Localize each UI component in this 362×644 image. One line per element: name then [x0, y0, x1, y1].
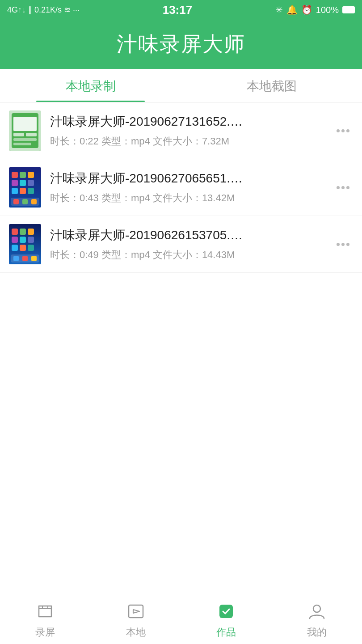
recording-meta: 时长：0:49 类型：mp4 文件大小：14.43M: [50, 248, 324, 262]
clock-icon: ⏰: [301, 4, 312, 15]
local-icon: [125, 601, 147, 622]
svg-rect-17: [28, 188, 34, 194]
status-bar-right: ✳ 🔔 ⏰ 100%: [275, 4, 355, 15]
svg-rect-9: [12, 172, 18, 178]
size-label: 文件大小：: [153, 192, 202, 203]
recording-meta: 时长：0:43 类型：mp4 文件大小：13.42M: [50, 191, 324, 205]
type-label: 类型：: [101, 192, 131, 203]
network-indicator: 4G↑↓ ∥ 0.21K/s ≋ ···: [7, 5, 80, 15]
battery-icon: [342, 6, 355, 13]
duration-label: 时长：: [50, 192, 80, 203]
recording-thumbnail: [9, 110, 41, 151]
svg-rect-19: [13, 199, 19, 204]
mine-icon: [306, 601, 328, 622]
svg-rect-27: [12, 237, 18, 243]
duration-label: 时长：: [50, 249, 80, 260]
nav-item-record[interactable]: 录屏: [0, 595, 91, 644]
svg-rect-20: [22, 199, 28, 204]
svg-rect-21: [31, 199, 37, 204]
bluetooth-icon: ✳: [275, 4, 283, 15]
svg-rect-6: [13, 143, 31, 145]
app-title: 汁味录屏大师: [117, 32, 245, 55]
svg-rect-29: [28, 237, 34, 243]
recording-title: 汁味录屏大师-20190627065651.…: [50, 170, 324, 187]
alarm-icon: 🔔: [286, 4, 298, 15]
more-options-button[interactable]: [333, 182, 353, 193]
recording-thumbnail: [9, 224, 41, 264]
tab-local-screenshot[interactable]: 本地截图: [181, 69, 362, 102]
svg-rect-25: [20, 229, 26, 235]
svg-rect-34: [13, 256, 19, 261]
type-label: 类型：: [101, 249, 131, 260]
svg-rect-14: [28, 180, 34, 186]
status-bar: 4G↑↓ ∥ 0.21K/s ≋ ··· 13:17 ✳ 🔔 ⏰ 100%: [0, 0, 362, 20]
nav-label-record: 录屏: [35, 626, 55, 639]
size-label: 文件大小：: [153, 249, 202, 260]
recording-meta: 时长：0:22 类型：mp4 文件大小：7.32M: [50, 135, 324, 148]
svg-rect-26: [28, 229, 34, 235]
tabs-container: 本地录制 本地截图: [0, 69, 362, 102]
works-icon: [215, 601, 237, 622]
svg-rect-28: [20, 237, 26, 243]
svg-rect-37: [129, 605, 143, 618]
recording-title: 汁味录屏大师-20190627131652.…: [50, 113, 324, 130]
svg-rect-12: [12, 180, 18, 186]
recording-title: 汁味录屏大师-20190626153705.…: [50, 227, 324, 244]
svg-rect-5: [13, 138, 37, 141]
svg-rect-15: [12, 188, 18, 194]
svg-rect-2: [13, 117, 37, 131]
svg-rect-4: [26, 133, 37, 136]
recording-item[interactable]: 汁味录屏大师-20190627065651.… 时长：0:43 类型：mp4 文…: [0, 159, 362, 216]
svg-rect-24: [12, 229, 18, 235]
more-options-button[interactable]: [333, 126, 353, 136]
duration-label: 时长：: [50, 136, 80, 147]
nav-item-mine[interactable]: 我的: [272, 595, 362, 644]
type-label: 类型：: [101, 136, 131, 147]
thumb-svg-2: [9, 167, 41, 208]
recording-thumbnail: [9, 167, 41, 208]
svg-rect-16: [20, 188, 26, 194]
recording-info: 汁味录屏大师-20190627065651.… 时长：0:43 类型：mp4 文…: [50, 170, 324, 205]
svg-point-40: [313, 605, 320, 612]
more-options-button[interactable]: [333, 239, 353, 250]
svg-rect-36: [31, 256, 37, 261]
bottom-nav: 录屏 本地 作品 我的: [0, 595, 362, 644]
thumb-svg-1: [9, 110, 41, 151]
thumb-svg-3: [9, 224, 41, 264]
status-bar-left: 4G↑↓ ∥ 0.21K/s ≋ ···: [7, 5, 80, 15]
tab-local-record[interactable]: 本地录制: [0, 69, 181, 102]
nav-item-works[interactable]: 作品: [181, 595, 272, 644]
svg-rect-11: [28, 172, 34, 178]
svg-rect-35: [22, 256, 28, 261]
nav-item-local[interactable]: 本地: [91, 595, 181, 644]
svg-rect-13: [20, 180, 26, 186]
svg-rect-10: [20, 172, 26, 178]
recording-info: 汁味录屏大师-20190627131652.… 时长：0:22 类型：mp4 文…: [50, 113, 324, 148]
app-header: 汁味录屏大师: [0, 20, 362, 69]
record-icon: [34, 601, 56, 622]
size-label: 文件大小：: [153, 136, 202, 147]
svg-rect-31: [20, 245, 26, 251]
nav-label-mine: 我的: [307, 626, 327, 639]
svg-rect-39: [219, 605, 233, 618]
svg-marker-38: [133, 610, 139, 613]
status-bar-time: 13:17: [163, 3, 193, 17]
nav-label-local: 本地: [126, 626, 146, 639]
battery-level: 100%: [316, 5, 339, 15]
nav-label-works: 作品: [216, 626, 236, 639]
svg-rect-32: [28, 245, 34, 251]
svg-rect-30: [12, 245, 18, 251]
recording-list: 汁味录屏大师-20190627131652.… 时长：0:22 类型：mp4 文…: [0, 102, 362, 595]
recording-item[interactable]: 汁味录屏大师-20190627131652.… 时长：0:22 类型：mp4 文…: [0, 102, 362, 159]
recording-info: 汁味录屏大师-20190626153705.… 时长：0:49 类型：mp4 文…: [50, 227, 324, 262]
svg-rect-3: [13, 133, 24, 136]
recording-item[interactable]: 汁味录屏大师-20190626153705.… 时长：0:49 类型：mp4 文…: [0, 216, 362, 273]
